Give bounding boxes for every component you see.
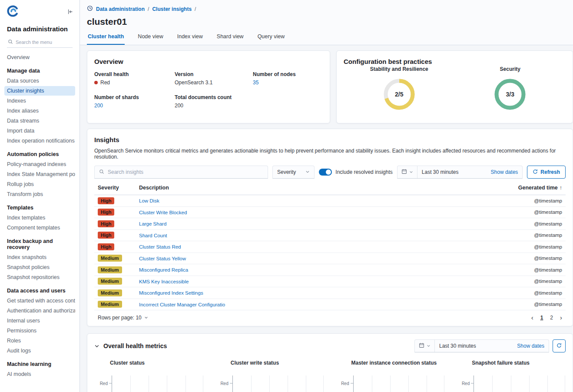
sidebar-item-get-started-with-access-control[interactable]: Get started with access control bbox=[4, 296, 75, 306]
sidebar-item-audit-logs[interactable]: Audit logs bbox=[4, 346, 75, 355]
insight-link-cluster-status-red[interactable]: Cluster Status Red bbox=[139, 244, 181, 249]
show-dates-button[interactable]: Show dates bbox=[513, 343, 549, 349]
y-label-red: Red bbox=[462, 381, 474, 386]
gauge-donut: 2/5 bbox=[382, 77, 416, 111]
tab-cluster-health[interactable]: Cluster health bbox=[87, 33, 125, 45]
insight-link-low-disk[interactable]: Low Disk bbox=[139, 198, 159, 203]
severity-badge: High bbox=[98, 243, 114, 250]
page-number-1[interactable]: 1 bbox=[540, 315, 543, 321]
breadcrumb-link-cluster-insights[interactable]: Cluster insights bbox=[152, 6, 192, 12]
chevron-down-icon bbox=[409, 169, 413, 175]
sidebar-item-import-data[interactable]: Import data bbox=[4, 126, 75, 136]
sidebar-item-index-aliases[interactable]: Index aliases bbox=[4, 106, 75, 116]
tab-query-view[interactable]: Query view bbox=[257, 33, 286, 45]
sidebar-item-snapshot-policies[interactable]: Snapshot policies bbox=[4, 262, 75, 272]
overview-field-total-documents-count: Total documents count200 bbox=[175, 94, 253, 109]
y-label-red: Red bbox=[341, 381, 353, 386]
column-header-description: Description bbox=[139, 185, 497, 191]
calendar-dropdown-button[interactable] bbox=[415, 340, 435, 352]
collapse-sidebar-icon[interactable] bbox=[67, 9, 73, 15]
sidebar-item-transform-jobs[interactable]: Transform jobs bbox=[4, 189, 75, 199]
description-cell: Shard Count bbox=[139, 232, 497, 239]
insight-link-cluster-write-blocked[interactable]: Cluster Write Blocked bbox=[139, 210, 187, 215]
calendar-dropdown-button[interactable] bbox=[397, 166, 417, 178]
tab-index-view[interactable]: Index view bbox=[176, 33, 204, 45]
sidebar-item-snapshot-repositories[interactable]: Snapshot repositories bbox=[4, 272, 75, 282]
previous-page-button[interactable]: ‹ bbox=[531, 314, 533, 321]
refresh-button[interactable] bbox=[553, 339, 566, 352]
sidebar-item-component-templates[interactable]: Component templates bbox=[4, 223, 75, 233]
plot-area bbox=[112, 375, 204, 392]
description-cell: Low Disk bbox=[139, 197, 497, 204]
app-window: Data administration Search the menu Over… bbox=[0, 0, 573, 392]
insight-link-cluster-status-yellow[interactable]: Cluster Status Yellow bbox=[139, 256, 186, 261]
severity-filter-select[interactable]: Severity bbox=[272, 166, 315, 179]
refresh-label: Refresh bbox=[540, 169, 560, 175]
sidebar-section-header: Templates bbox=[4, 199, 75, 213]
tab-node-view[interactable]: Node view bbox=[137, 33, 164, 45]
next-page-button[interactable]: › bbox=[560, 314, 562, 321]
insight-link-shard-count[interactable]: Shard Count bbox=[139, 233, 167, 238]
sidebar-item-overview[interactable]: Overview bbox=[4, 53, 75, 62]
table-row: MediumIncorrect Cluster Manager Configur… bbox=[94, 299, 566, 311]
sidebar-item-index-operation-notifications[interactable]: Index operation notifications bbox=[4, 136, 75, 146]
insights-date-picker[interactable]: Last 30 minutes Show dates bbox=[397, 166, 523, 179]
sidebar-item-index-snapshots[interactable]: Index snapshots bbox=[4, 252, 75, 262]
sidebar-section-header: Data access and users bbox=[4, 282, 75, 296]
insights-search-input[interactable]: Search insights bbox=[94, 166, 268, 179]
gridline bbox=[269, 375, 270, 392]
insight-link-incorrect-cluster-manager-configuratio[interactable]: Incorrect Cluster Manager Configuratio bbox=[139, 302, 225, 307]
severity-cell: Medium bbox=[98, 301, 139, 308]
table-row: MediumMisconfigured Replica@timestamp bbox=[94, 264, 566, 276]
field-value-link[interactable]: 200 bbox=[94, 103, 103, 109]
field-label: Version bbox=[175, 71, 253, 77]
y-axis-labels: RedYellowGreen bbox=[215, 375, 232, 392]
y-axis-labels: RedYellowGreen bbox=[94, 375, 112, 392]
opensearch-logo-icon bbox=[7, 5, 19, 18]
rows-per-page-select[interactable]: Rows per page: 10 bbox=[98, 315, 148, 321]
sidebar-item-authentication-and-authorization[interactable]: Authentication and authorization bbox=[4, 306, 75, 316]
recent-clock-icon[interactable] bbox=[87, 5, 93, 13]
chart-title: Snapshot failure status bbox=[472, 360, 566, 366]
chart-title: Master instance connection status bbox=[351, 360, 445, 366]
sidebar-item-index-state-management-policies[interactable]: Index State Management policies bbox=[4, 169, 75, 179]
health-date-picker[interactable]: Last 30 minutes Show dates bbox=[414, 339, 549, 352]
field-value: Red bbox=[94, 80, 175, 86]
breadcrumb-link-data-administration[interactable]: Data administration bbox=[96, 6, 145, 12]
gridline bbox=[185, 375, 186, 392]
sidebar-item-data-sources[interactable]: Data sources bbox=[4, 76, 75, 86]
sidebar-item-policy-managed-indexes[interactable]: Policy-managed indexes bbox=[4, 159, 75, 169]
sidebar-item-data-streams[interactable]: Data streams bbox=[4, 116, 75, 126]
collapse-section-chevron-icon[interactable] bbox=[94, 343, 99, 349]
include-resolved-toggle[interactable] bbox=[319, 169, 332, 176]
insight-link-misconfigured-replica[interactable]: Misconfigured Replica bbox=[139, 267, 188, 272]
sidebar-item-internal-users[interactable]: Internal users bbox=[4, 316, 75, 326]
sidebar-item-ai-models[interactable]: AI models bbox=[4, 369, 75, 379]
sidebar-item-roles[interactable]: Roles bbox=[4, 336, 75, 345]
refresh-button[interactable]: Refresh bbox=[527, 166, 566, 179]
page-number-2[interactable]: 2 bbox=[550, 315, 553, 321]
tab-shard-view[interactable]: Shard view bbox=[216, 33, 245, 45]
insight-link-kms-key-inaccessible[interactable]: KMS Key Inaccessible bbox=[139, 279, 189, 284]
field-value: 200 bbox=[94, 103, 175, 109]
show-dates-button[interactable]: Show dates bbox=[487, 169, 523, 175]
breadcrumb: Data administration/Cluster insights/ bbox=[87, 5, 573, 13]
sidebar-item-rollup-jobs[interactable]: Rollup jobs bbox=[4, 179, 75, 189]
page-title: cluster01 bbox=[87, 17, 573, 27]
gridline bbox=[149, 375, 149, 392]
insight-link-large-shard[interactable]: Large Shard bbox=[139, 221, 166, 226]
sidebar-search-input[interactable]: Search the menu bbox=[7, 37, 73, 48]
generated-time-cell: @timestamp bbox=[497, 267, 562, 272]
time-range-value[interactable]: Last 30 minutes bbox=[417, 169, 487, 175]
insight-link-misconfigured-index-settings[interactable]: Misconfigured Index Settings bbox=[139, 290, 203, 296]
time-range-value[interactable]: Last 30 minutes bbox=[435, 343, 513, 349]
sidebar-item-cluster-insights[interactable]: Cluster insights bbox=[4, 86, 75, 96]
severity-badge: High bbox=[98, 220, 114, 227]
column-header-generated-time[interactable]: Generated time↑ bbox=[497, 185, 562, 191]
sidebar-item-permissions[interactable]: Permissions bbox=[4, 326, 75, 336]
field-value-link[interactable]: 35 bbox=[253, 80, 258, 86]
sidebar-item-index-templates[interactable]: Index templates bbox=[4, 213, 75, 223]
sidebar-search-placeholder: Search the menu bbox=[16, 40, 52, 45]
gridline bbox=[511, 375, 511, 392]
sidebar-item-indexes[interactable]: Indexes bbox=[4, 96, 75, 106]
